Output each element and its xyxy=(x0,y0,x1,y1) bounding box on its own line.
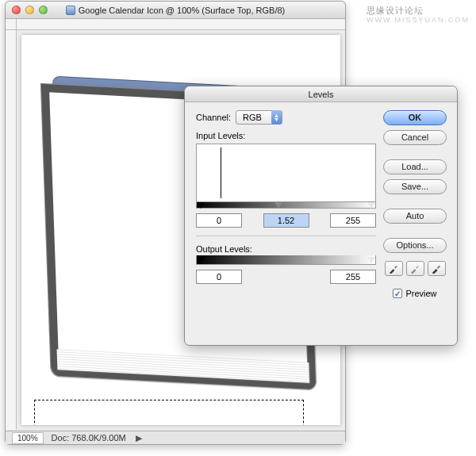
output-white-slider[interactable] xyxy=(367,257,375,263)
eyedropper-group xyxy=(385,261,446,276)
watermark-line1: 思缘设计论坛 xyxy=(367,6,424,15)
doc-size: Doc: 768.0K/9.00M xyxy=(52,433,126,443)
levels-dialog: Levels Channel: RGB ▲▼ Input Levels: 0 xyxy=(184,86,458,346)
input-white-field[interactable]: 255 xyxy=(330,213,376,228)
options-button[interactable]: Options... xyxy=(383,238,447,253)
white-eyedropper-icon[interactable] xyxy=(428,261,446,276)
titlebar[interactable]: Google Calendar Icon @ 100% (Surface Top… xyxy=(6,2,345,19)
output-black-slider[interactable] xyxy=(197,257,205,263)
histogram[interactable] xyxy=(196,144,376,202)
ruler-origin[interactable] xyxy=(6,19,17,30)
load-button[interactable]: Load... xyxy=(383,159,447,174)
gray-eyedropper-icon[interactable] xyxy=(406,261,424,276)
output-white-field[interactable]: 255 xyxy=(330,270,376,284)
divider xyxy=(196,236,376,236)
ok-button[interactable]: OK xyxy=(383,110,447,125)
preview-checkbox[interactable]: ✓ xyxy=(393,289,402,298)
dialog-title[interactable]: Levels xyxy=(185,86,457,102)
ruler-vertical[interactable] xyxy=(6,30,17,430)
watermark-line2: WWW.MISSYUAN.COM xyxy=(367,16,470,24)
marquee-selection[interactable] xyxy=(34,400,304,425)
cancel-button[interactable]: Cancel xyxy=(383,130,447,145)
histogram-spike xyxy=(221,148,221,198)
input-levels-label: Input Levels: xyxy=(196,131,376,140)
auto-button[interactable]: Auto xyxy=(383,209,447,224)
zoom-field[interactable]: 100% xyxy=(12,432,44,444)
document-title: Google Calendar Icon @ 100% (Surface Top… xyxy=(6,6,345,15)
preview-checkbox-row[interactable]: ✓ Preview xyxy=(393,289,436,298)
input-gradient[interactable] xyxy=(196,202,376,209)
watermark: 思缘设计论坛 WWW.MISSYUAN.COM xyxy=(367,5,470,24)
chevron-right-icon[interactable]: ▶ xyxy=(136,433,142,443)
file-icon xyxy=(66,6,75,15)
white-point-slider[interactable] xyxy=(367,202,375,209)
output-gradient[interactable] xyxy=(196,255,376,265)
status-bar: 100% Doc: 768.0K/9.00M ▶ xyxy=(6,431,345,444)
select-arrows-icon: ▲▼ xyxy=(271,110,282,125)
output-black-field[interactable]: 0 xyxy=(196,270,242,284)
output-levels-label: Output Levels: xyxy=(196,244,376,254)
channel-select[interactable]: RGB ▲▼ xyxy=(236,110,282,125)
save-button[interactable]: Save... xyxy=(383,179,447,194)
channel-label: Channel: xyxy=(196,113,231,122)
gamma-slider[interactable] xyxy=(274,202,282,209)
black-point-slider[interactable] xyxy=(197,202,205,209)
black-eyedropper-icon[interactable] xyxy=(385,261,403,276)
input-gamma-field[interactable]: 1.52 xyxy=(263,213,309,228)
input-black-field[interactable]: 0 xyxy=(196,213,242,228)
ruler-horizontal[interactable] xyxy=(17,19,345,30)
preview-label: Preview xyxy=(405,289,436,298)
